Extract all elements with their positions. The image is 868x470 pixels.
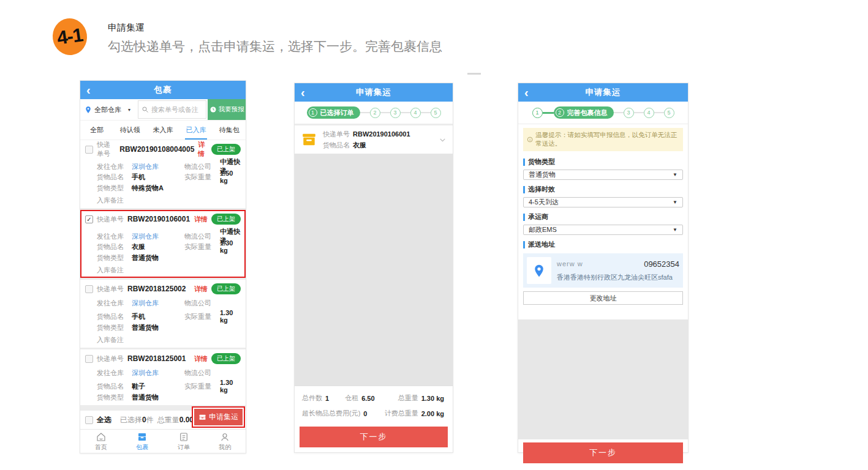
product-value: 手机 (132, 173, 184, 182)
tutorial-title: 申請集運 (108, 22, 145, 34)
warehouse-label: 发往仓库 (97, 368, 132, 378)
carrier-select[interactable]: 邮政EMS ▼ (523, 225, 683, 235)
step-circle: 3 (624, 108, 634, 118)
clock-icon (209, 106, 217, 113)
total-weight-label: 总重量 (157, 416, 179, 424)
next-step-button[interactable]: 下一步 (523, 442, 683, 463)
warehouse-link[interactable]: 深圳仓库 (132, 232, 184, 241)
logistics-label: 物流公司 (184, 162, 220, 171)
apply-consolidation-button[interactable]: 申请集运 (194, 409, 243, 425)
rent-value: 6.50 (361, 395, 374, 402)
parcel-card[interactable]: 快递单号 RBW20190108004005 详情 已上架 发往仓库深圳仓库物流… (80, 140, 246, 208)
info-icon (527, 136, 533, 143)
step-circle: 5 (664, 108, 674, 118)
warehouse-label: 发往仓库 (97, 299, 132, 308)
tracking-number: RBW20190106001 (127, 215, 191, 223)
tracking-label: 快递单号 (97, 215, 124, 224)
back-icon[interactable]: ‹ (301, 84, 305, 101)
back-icon[interactable]: ‹ (86, 81, 91, 99)
parcel-card[interactable]: 快递单号 RBW2018125001 详情 已上架 发往仓库深圳仓库物流公司 货… (80, 349, 246, 405)
notice-banner: 温馨提示：请如实填写申报信息，以免订单无法正常送达。 (523, 128, 683, 151)
progress-stepper: 1 2 完善包裹信息 3 4 5 (518, 102, 688, 124)
tab-not-in-warehouse[interactable]: 未入库 (146, 121, 179, 140)
warehouse-filter-dropdown[interactable]: 全部仓库 ▾ (80, 99, 137, 120)
selection-action-bar: 全选 已选择0件 总重量0.00kg 申请集运 (80, 410, 246, 429)
step-circle: 4 (410, 108, 421, 118)
select-all-label: 全选 (97, 415, 111, 425)
tutorial-page: 4-1 申請集運 勾选快递单号，点击申请集运，选择下一步。完善包裹信息 ‹ 包裹… (0, 0, 868, 470)
forecast-button[interactable]: 我要预报 (208, 99, 246, 120)
detail-link[interactable]: 详情 (194, 215, 208, 224)
order-list-icon (178, 431, 189, 442)
profile-icon (219, 431, 230, 442)
apply-button-annotation: 申请集运 (192, 406, 245, 428)
parcel-box-icon (198, 413, 206, 421)
tabbar-orders[interactable]: 订单 (163, 430, 205, 453)
address-card[interactable]: werw w 09652354 香港香港特别行政区九龙油尖旺区sfafa (523, 253, 683, 288)
tab-all[interactable]: 全部 (80, 121, 113, 140)
tracking-number: RBW2018125001 (127, 354, 191, 363)
location-pin-icon (85, 106, 91, 114)
type-label: 货物类型 (97, 323, 132, 332)
parcel-card-selected[interactable]: ✓ 快递单号 RBW20190106001 详情 已上架 发往仓库深圳仓库物流公… (80, 210, 246, 278)
detail-link[interactable]: 详情 (198, 140, 208, 159)
parcel-checkbox[interactable] (85, 355, 93, 363)
tabbar-package-label: 包裹 (136, 443, 148, 452)
weight-label: 实际重量 (184, 173, 220, 182)
tabbar-home[interactable]: 首页 (80, 430, 122, 453)
step-circle: 4 (644, 108, 654, 118)
detail-link[interactable]: 详情 (194, 354, 208, 364)
chevron-down-icon[interactable] (439, 136, 447, 144)
next-step-button[interactable]: 下一步 (300, 427, 448, 447)
parcel-card[interactable]: 快递单号 RBW2018125002 详情 已上架 发往仓库深圳仓库物流公司 货… (80, 280, 246, 348)
step-number: 4-1 (56, 24, 84, 49)
back-icon[interactable]: ‹ (524, 84, 529, 101)
rent-label: 仓租 (345, 394, 358, 403)
screen-apply-step2: ‹ 申请集运 1 2 完善包裹信息 3 4 5 温馨提示：请如实填写申报信息，以… (518, 83, 689, 453)
step-connector (421, 112, 431, 113)
step-circle: 3 (390, 108, 401, 118)
chevron-down-icon: ▼ (673, 227, 677, 233)
detail-link[interactable]: 详情 (194, 285, 208, 294)
tabbar-package[interactable]: 包裹 (122, 430, 164, 453)
overlong-fee-value: 0 (363, 410, 367, 417)
step-connector (654, 112, 664, 113)
tabbar-profile[interactable]: 我的 (205, 430, 246, 453)
selected-parcel-card[interactable]: 快递单号RBW20190106001 货物品名衣服 (295, 125, 453, 154)
status-tabs: 全部 待认领 未入库 已入库 待集包 (80, 121, 246, 140)
tab-to-pack[interactable]: 待集包 (213, 121, 246, 140)
delivery-time-select[interactable]: 4-5天到达 ▼ (523, 197, 683, 207)
logistics-label: 物流公司 (184, 299, 220, 308)
tab-to-claim[interactable]: 待认领 (113, 121, 146, 140)
navbar: ‹ 申请集运 (295, 83, 453, 102)
search-box[interactable] (138, 100, 206, 119)
parcel-checkbox[interactable] (85, 285, 93, 293)
step-number: 1 (309, 108, 317, 117)
weight-value: 1.30 kg (421, 395, 444, 402)
product-value: 手机 (132, 312, 184, 321)
warehouse-link[interactable]: 深圳仓库 (132, 162, 184, 171)
search-row: 全部仓库 ▾ 我要预报 (80, 99, 246, 121)
select-all-checkbox[interactable] (85, 416, 93, 424)
step-circle-done: 1 (532, 108, 543, 118)
parcel-checkbox[interactable] (85, 146, 93, 154)
tab-in-warehouse[interactable]: 已入库 (179, 121, 213, 140)
cargo-type-select[interactable]: 普通货物 ▼ (523, 170, 683, 180)
bottom-tab-bar: 首页 包裹 订单 我的 (80, 429, 246, 453)
product-label: 货物品名 (97, 382, 132, 391)
parcel-box-icon (301, 132, 317, 147)
change-address-button[interactable]: 更改地址 (523, 291, 683, 305)
warehouse-link[interactable]: 深圳仓库 (132, 368, 184, 378)
type-value: 普通货物 (132, 393, 184, 402)
product-value: 衣服 (132, 242, 184, 252)
weight-value: 1.30 kg (220, 379, 241, 394)
parcel-checkbox-checked[interactable]: ✓ (85, 215, 93, 223)
chevron-down-icon: ▾ (128, 107, 130, 113)
delivery-time-value: 4-5天到达 (529, 198, 559, 207)
step-number-badge: 4-1 (50, 16, 89, 57)
billable-weight-label: 计费总重量 (385, 409, 418, 418)
warehouse-link[interactable]: 深圳仓库 (132, 299, 184, 308)
page-title: 申请集运 (586, 87, 621, 98)
search-input[interactable] (151, 106, 203, 113)
weight-label: 实际重量 (184, 382, 220, 391)
